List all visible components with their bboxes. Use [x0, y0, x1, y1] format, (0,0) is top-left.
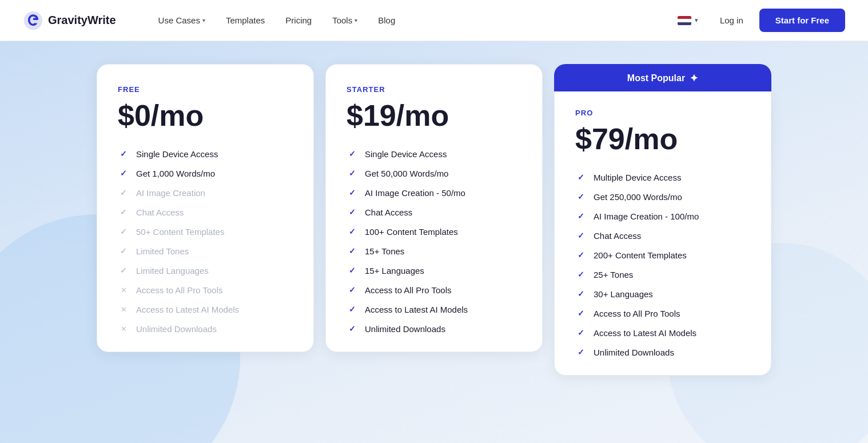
list-item: ✓ Chat Access — [118, 206, 293, 218]
feature-text: Chat Access — [136, 207, 184, 217]
nav-pricing[interactable]: Pricing — [277, 11, 320, 30]
feature-text: Access to Latest AI Models — [365, 305, 468, 314]
list-item: ✓ Access to All Pro Tools — [575, 308, 750, 319]
check-icon: ✓ — [347, 206, 358, 218]
nav-right: ▾ Log in Start for Free — [672, 9, 845, 32]
feature-text: Access to All Pro Tools — [594, 309, 680, 318]
check-icon-disabled: ✓ — [118, 187, 129, 198]
feature-text: Limited Languages — [136, 266, 209, 276]
x-icon: ✕ — [118, 323, 129, 334]
logo-icon — [23, 10, 43, 31]
feature-text: Limited Tones — [136, 246, 189, 256]
feature-text: Access to All Pro Tools — [365, 285, 451, 295]
list-item: ✓ 200+ Content Templates — [575, 249, 750, 261]
feature-text: 100+ Content Templates — [365, 227, 458, 237]
list-item: ✓ Get 50,000 Words/mo — [347, 167, 521, 179]
nav-use-cases-label: Use Cases — [158, 15, 200, 25]
check-icon: ✓ — [575, 327, 587, 338]
list-item: ✓ Multiple Device Access — [575, 171, 750, 183]
feature-text: AI Image Creation - 50/mo — [365, 188, 465, 198]
check-icon: ✓ — [347, 265, 358, 276]
list-item: ✓ AI Image Creation — [118, 187, 293, 198]
nav-tools[interactable]: Tools ▾ — [324, 11, 365, 30]
check-icon: ✓ — [347, 187, 358, 198]
feature-list-free: ✓ Single Device Access ✓ Get 1,000 Words… — [118, 148, 293, 334]
x-icon: ✕ — [118, 304, 129, 315]
chevron-down-icon: ▾ — [202, 17, 205, 23]
most-popular-bar: Most Popular ✦ — [554, 64, 771, 91]
list-item: ✓ Limited Tones — [118, 245, 293, 257]
check-icon: ✓ — [347, 304, 358, 315]
list-item: ✓ 25+ Tones — [575, 269, 750, 280]
feature-text: Chat Access — [365, 207, 412, 217]
feature-text: AI Image Creation — [136, 188, 205, 198]
plan-name-pro: PRO — [575, 109, 750, 117]
svg-point-0 — [24, 11, 42, 29]
chevron-down-icon-tools: ▾ — [355, 17, 357, 23]
check-icon: ✓ — [575, 230, 587, 241]
feature-text: 200+ Content Templates — [594, 250, 687, 260]
feature-text: AI Image Creation - 100/mo — [594, 211, 699, 221]
start-free-button[interactable]: Start for Free — [759, 9, 845, 32]
nav-blog-label: Blog — [378, 15, 395, 25]
list-item: ✓ Chat Access — [347, 206, 521, 218]
plan-card-free: Free $0/mo ✓ Single Device Access ✓ Get … — [97, 64, 314, 352]
login-button[interactable]: Log in — [713, 11, 750, 30]
plan-wrapper-pro: Most Popular ✦ PRO $79/mo ✓ Multiple Dev… — [554, 64, 771, 376]
list-item: ✕ Unlimited Downloads — [118, 323, 293, 334]
list-item: ✓ 15+ Languages — [347, 265, 521, 276]
nav-use-cases[interactable]: Use Cases ▾ — [150, 11, 213, 30]
check-icon: ✓ — [575, 210, 587, 222]
nav-blog[interactable]: Blog — [370, 11, 403, 30]
feature-text: Get 1,000 Words/mo — [136, 169, 215, 178]
list-item: ✓ Single Device Access — [118, 148, 293, 159]
check-icon-disabled: ✓ — [118, 245, 129, 257]
navbar: GravityWrite Use Cases ▾ Templates Prici… — [0, 0, 868, 41]
list-item: ✓ Access to All Pro Tools — [347, 284, 521, 296]
list-item: ✓ Access to Latest AI Models — [575, 327, 750, 338]
x-icon: ✕ — [118, 284, 129, 296]
list-item: ✓ 100+ Content Templates — [347, 226, 521, 237]
list-item: ✓ Limited Languages — [118, 265, 293, 276]
nav-pricing-label: Pricing — [285, 15, 312, 25]
plan-name-free: Free — [118, 85, 293, 94]
sparkle-icon: ✦ — [690, 72, 698, 85]
pricing-row: Free $0/mo ✓ Single Device Access ✓ Get … — [34, 64, 834, 376]
check-icon: ✓ — [575, 269, 587, 280]
list-item: ✓ AI Image Creation - 50/mo — [347, 187, 521, 198]
nav-templates[interactable]: Templates — [218, 11, 273, 30]
check-icon: ✓ — [347, 245, 358, 257]
check-icon: ✓ — [347, 148, 358, 159]
check-icon: ✓ — [575, 191, 587, 202]
feature-text: Access to Latest AI Models — [136, 305, 239, 314]
feature-text: Unlimited Downloads — [136, 324, 217, 334]
list-item: ✓ Chat Access — [575, 230, 750, 241]
nav-tools-label: Tools — [332, 15, 352, 25]
check-icon-disabled: ✓ — [118, 265, 129, 276]
nav-links: Use Cases ▾ Templates Pricing Tools ▾ Bl… — [150, 11, 672, 30]
language-selector[interactable]: ▾ — [672, 13, 704, 29]
list-item: ✓ Single Device Access — [347, 148, 521, 159]
feature-text: 25+ Tones — [594, 270, 633, 280]
plan-price-free: $0/mo — [118, 99, 293, 132]
feature-text: 30+ Languages — [594, 289, 653, 299]
feature-list-pro: ✓ Multiple Device Access ✓ Get 250,000 W… — [575, 171, 750, 358]
feature-text: Chat Access — [594, 231, 641, 241]
list-item: ✓ Unlimited Downloads — [347, 323, 521, 334]
main-content: Free $0/mo ✓ Single Device Access ✓ Get … — [0, 41, 868, 443]
feature-text: 15+ Tones — [365, 246, 404, 256]
list-item: ✓ Access to Latest AI Models — [347, 304, 521, 315]
check-icon: ✓ — [575, 346, 587, 358]
logo-link[interactable]: GravityWrite — [23, 10, 116, 31]
feature-text: Get 50,000 Words/mo — [365, 169, 448, 178]
list-item: ✓ AI Image Creation - 100/mo — [575, 210, 750, 222]
check-icon: ✓ — [347, 167, 358, 179]
list-item: ✓ 15+ Tones — [347, 245, 521, 257]
chevron-down-icon-lang: ▾ — [695, 17, 698, 24]
feature-text: Access to Latest AI Models — [594, 328, 696, 338]
feature-list-starter: ✓ Single Device Access ✓ Get 50,000 Word… — [347, 148, 521, 334]
feature-text: Access to All Pro Tools — [136, 285, 222, 295]
most-popular-label: Most Popular — [627, 73, 685, 83]
feature-text: Unlimited Downloads — [365, 324, 445, 334]
check-icon: ✓ — [347, 284, 358, 296]
